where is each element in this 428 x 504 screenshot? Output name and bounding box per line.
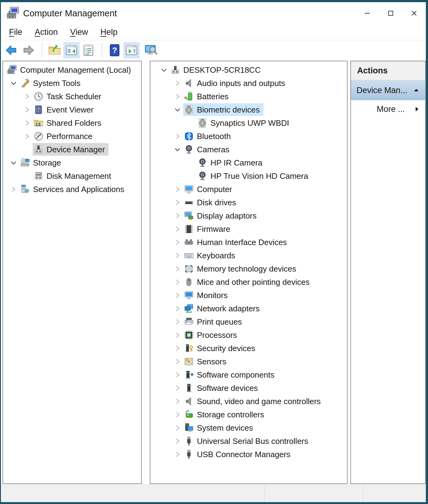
tree-item-display-adaptors[interactable]: Display adaptors bbox=[150, 209, 347, 222]
tree-item-computer[interactable]: Computer bbox=[150, 182, 347, 196]
tree-item-shared-folders[interactable]: Shared Folders bbox=[3, 116, 141, 129]
help-button[interactable]: ? bbox=[107, 42, 123, 58]
tree-item-content[interactable]: Universal Serial Bus controllers bbox=[183, 435, 312, 447]
action-pane-toggle-button[interactable] bbox=[124, 42, 140, 58]
tree-item-content[interactable]: Audio inputs and outputs bbox=[183, 77, 289, 89]
tree-item-content[interactable]: Mice and other pointing devices bbox=[183, 276, 313, 288]
action-more-button[interactable]: More ... bbox=[351, 100, 425, 118]
chevron-right-icon[interactable] bbox=[172, 237, 183, 248]
chevron-right-icon[interactable] bbox=[22, 104, 33, 115]
chevron-right-icon[interactable] bbox=[172, 409, 183, 420]
tree-item-content[interactable]: Sensors bbox=[183, 355, 230, 368]
tree-item-content[interactable]: Display adaptors bbox=[183, 209, 260, 222]
tree-item-sound-video-and-game-controllers[interactable]: Sound, video and game controllers bbox=[150, 395, 347, 408]
tree-item-batteries[interactable]: Batteries bbox=[150, 90, 347, 103]
chevron-right-icon[interactable] bbox=[22, 131, 33, 142]
tree-item-usb-connector-managers[interactable]: USB Connector Managers bbox=[150, 448, 347, 461]
tree-item-content[interactable]: Disk drives bbox=[183, 196, 240, 209]
forward-button[interactable] bbox=[20, 42, 36, 58]
tree-item-content[interactable]: Cameras bbox=[183, 143, 233, 156]
tree-item-human-interface-devices[interactable]: Human Interface Devices bbox=[150, 236, 347, 249]
tree-item-services-and-applications[interactable]: Services and Applications bbox=[3, 182, 141, 196]
tree-item-content[interactable]: HP IR Camera bbox=[197, 156, 266, 169]
tree-item-content[interactable]: Computer Management (Local) bbox=[6, 64, 135, 76]
chevron-right-icon[interactable] bbox=[172, 263, 183, 274]
tree-item-content[interactable]: Print queues bbox=[183, 315, 246, 328]
tree-item-content[interactable]: Device Manager bbox=[33, 143, 108, 156]
tree-item-system-tools[interactable]: System Tools bbox=[3, 76, 141, 90]
tree-item-hp-true-vision-hd-camera[interactable]: HP True Vision HD Camera bbox=[150, 169, 347, 182]
tree-item-content[interactable]: Keyboards bbox=[183, 249, 239, 262]
menu-action[interactable]: Action bbox=[35, 27, 58, 37]
chevron-right-icon[interactable] bbox=[172, 290, 183, 301]
tree-item-processors[interactable]: Processors bbox=[150, 328, 347, 342]
chevron-right-icon[interactable] bbox=[172, 369, 183, 380]
chevron-right-icon[interactable] bbox=[172, 131, 183, 142]
tree-item-content[interactable]: System Tools bbox=[19, 77, 84, 89]
tree-item-task-scheduler[interactable]: Task Scheduler bbox=[3, 90, 141, 103]
tree-item-performance[interactable]: Performance bbox=[3, 129, 141, 143]
up-one-level-button[interactable] bbox=[47, 42, 63, 58]
chevron-right-icon[interactable] bbox=[172, 422, 183, 433]
tree-item-security-devices[interactable]: Security devices bbox=[150, 342, 347, 355]
maximize-button[interactable] bbox=[379, 2, 402, 24]
tree-item-content[interactable]: HP True Vision HD Camera bbox=[197, 170, 312, 182]
tree-item-content[interactable]: Disk Management bbox=[33, 170, 115, 182]
tree-item-disk-management[interactable]: Disk Management bbox=[3, 169, 141, 182]
tree-item-content[interactable]: Synaptics UWP WBDI bbox=[197, 117, 293, 129]
chevron-right-icon[interactable] bbox=[172, 303, 183, 314]
tree-item-content[interactable]: Computer bbox=[183, 183, 236, 195]
chevron-right-icon[interactable] bbox=[172, 250, 183, 261]
tree-item-memory-technology-devices[interactable]: Memory technology devices bbox=[150, 262, 347, 275]
chevron-right-icon[interactable] bbox=[172, 184, 183, 195]
menu-help[interactable]: Help bbox=[100, 27, 118, 37]
tree-item-content[interactable]: Network adapters bbox=[183, 302, 263, 315]
tree-item-content[interactable]: Human Interface Devices bbox=[183, 236, 291, 248]
tree-item-biometric-devices[interactable]: Biometric devices bbox=[150, 103, 347, 116]
menu-view[interactable]: View bbox=[70, 27, 88, 37]
chevron-right-icon[interactable] bbox=[172, 356, 183, 367]
tree-item-content[interactable]: Security devices bbox=[183, 342, 259, 354]
tree-item-content[interactable]: USB Connector Managers bbox=[183, 448, 294, 461]
chevron-down-icon[interactable] bbox=[8, 78, 19, 89]
chevron-right-icon[interactable] bbox=[172, 330, 183, 341]
chevron-up-filled-icon[interactable] bbox=[412, 86, 420, 94]
chevron-right-icon[interactable] bbox=[172, 449, 183, 460]
tree-item-content[interactable]: Event Viewer bbox=[33, 103, 97, 116]
scan-hardware-button[interactable] bbox=[143, 42, 159, 58]
chevron-down-icon[interactable] bbox=[172, 144, 183, 155]
action-group-device-manager[interactable]: Device Man... bbox=[351, 80, 425, 100]
chevron-right-icon[interactable] bbox=[172, 436, 183, 447]
tree-item-content[interactable]: Software components bbox=[183, 368, 278, 381]
tree-item-content[interactable]: Task Scheduler bbox=[33, 90, 105, 103]
chevron-right-icon[interactable] bbox=[172, 197, 183, 208]
properties-button[interactable] bbox=[80, 42, 96, 58]
tree-item-content[interactable]: Storage bbox=[19, 156, 65, 169]
tree-item-event-viewer[interactable]: Event Viewer bbox=[3, 103, 141, 116]
tree-item-content[interactable]: Firmware bbox=[183, 223, 234, 235]
tree-item-storage[interactable]: Storage bbox=[3, 156, 141, 169]
tree-item-firmware[interactable]: Firmware bbox=[150, 222, 347, 236]
tree-item-content[interactable]: DESKTOP-5CR18CC bbox=[169, 64, 264, 76]
chevron-right-icon[interactable] bbox=[172, 383, 183, 394]
tree-item-content[interactable]: Performance bbox=[33, 130, 96, 142]
chevron-right-icon[interactable] bbox=[172, 396, 183, 407]
tree-item-content[interactable]: Software devices bbox=[183, 382, 262, 394]
tree-item-system-devices[interactable]: System devices bbox=[150, 421, 347, 434]
tree-item-content[interactable]: Memory technology devices bbox=[183, 262, 300, 275]
tree-item-content[interactable]: Shared Folders bbox=[33, 117, 105, 129]
chevron-down-icon[interactable] bbox=[172, 104, 183, 115]
tree-item-content[interactable]: Storage controllers bbox=[183, 408, 268, 421]
tree-item-audio-inputs-and-outputs[interactable]: Audio inputs and outputs bbox=[150, 76, 347, 90]
tree-item-content[interactable]: Services and Applications bbox=[19, 183, 128, 195]
tree-item-content[interactable]: System devices bbox=[183, 421, 257, 434]
tree-item-universal-serial-bus-controllers[interactable]: Universal Serial Bus controllers bbox=[150, 434, 347, 448]
tree-item-print-queues[interactable]: Print queues bbox=[150, 315, 347, 328]
chevron-right-icon[interactable] bbox=[22, 117, 33, 129]
close-button[interactable] bbox=[402, 2, 426, 24]
chevron-down-icon[interactable] bbox=[8, 157, 19, 168]
tree-item-content[interactable]: Processors bbox=[183, 329, 241, 341]
tree-item-software-devices[interactable]: Software devices bbox=[150, 381, 347, 395]
chevron-down-icon[interactable] bbox=[158, 64, 169, 76]
tree-item-monitors[interactable]: Monitors bbox=[150, 289, 347, 302]
